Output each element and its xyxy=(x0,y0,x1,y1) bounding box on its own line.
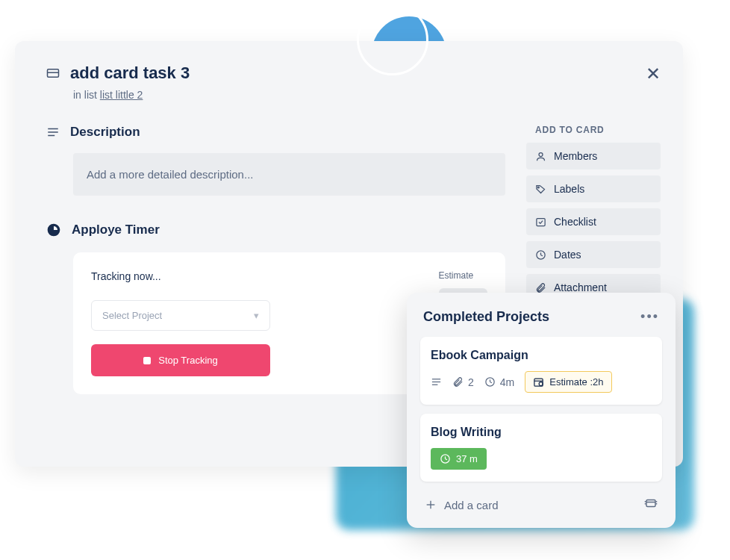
sidebar-label: Members xyxy=(554,150,597,162)
members-icon xyxy=(535,151,546,162)
time-badge-value: 37 m xyxy=(456,453,478,464)
clock-icon xyxy=(484,376,496,388)
select-placeholder: Select Project xyxy=(102,310,162,321)
add-card-label: Add a card xyxy=(444,499,499,511)
labels-icon xyxy=(535,184,546,195)
description-indicator xyxy=(431,376,442,388)
chevron-down-icon: ▾ xyxy=(254,310,259,321)
card-icon xyxy=(46,66,60,80)
members-button[interactable]: Members xyxy=(526,143,661,169)
calendar-clock-icon xyxy=(533,376,544,388)
card-title[interactable]: add card task 3 xyxy=(70,63,190,83)
time-indicator: 4m xyxy=(484,376,514,388)
time-badge: 37 m xyxy=(431,448,487,470)
card-subtitle: in list list little 2 xyxy=(73,89,643,101)
plus-icon xyxy=(425,499,437,511)
description-heading: Description xyxy=(70,125,140,140)
labels-button[interactable]: Labels xyxy=(526,175,661,202)
tracking-status: Tracking now... xyxy=(91,270,421,282)
svg-rect-32 xyxy=(646,500,655,507)
stop-icon xyxy=(143,357,151,364)
list-title: Completed Projects xyxy=(423,309,549,325)
template-button[interactable] xyxy=(644,497,658,513)
stop-tracking-button[interactable]: Stop Tracking xyxy=(91,344,270,376)
list-item[interactable]: Blog Writing 37 m xyxy=(420,414,662,482)
sidebar-label: Dates xyxy=(554,249,581,261)
select-project-dropdown[interactable]: Select Project ▾ xyxy=(91,300,270,331)
item-title: Ebook Campaign xyxy=(431,349,652,362)
attachment-value: 2 xyxy=(468,376,474,388)
description-icon xyxy=(46,125,60,139)
sidebar-label: Attachment xyxy=(554,281,607,293)
sidebar-heading: ADD TO CARD xyxy=(535,125,661,135)
text-icon xyxy=(431,376,442,388)
checklist-icon xyxy=(535,217,546,228)
attachment-count: 2 xyxy=(452,376,474,388)
template-icon xyxy=(644,497,658,510)
completed-projects-list: Completed Projects ••• Ebook Campaign 2 … xyxy=(407,293,676,528)
svg-line-17 xyxy=(541,255,543,255)
svg-point-13 xyxy=(537,187,539,188)
svg-rect-14 xyxy=(537,218,545,225)
time-value: 4m xyxy=(500,376,514,388)
sidebar-label: Checklist xyxy=(554,216,596,228)
dates-button[interactable]: Dates xyxy=(526,241,661,268)
subtitle-prefix: in list xyxy=(73,89,100,101)
stop-label: Stop Tracking xyxy=(158,355,218,366)
attachment-icon xyxy=(535,282,546,293)
decorative-ring xyxy=(357,4,428,75)
add-card-button[interactable]: Add a card xyxy=(425,499,499,511)
list-link[interactable]: list little 2 xyxy=(100,89,143,101)
apploye-logo-icon xyxy=(46,223,61,237)
checklist-button[interactable]: Checklist xyxy=(526,208,661,235)
estimate-text: Estimate :2h xyxy=(549,376,603,388)
svg-line-23 xyxy=(490,382,492,383)
list-item[interactable]: Ebook Campaign 2 4m Estimate :2h xyxy=(420,337,662,405)
svg-point-12 xyxy=(539,152,543,156)
estimate-label: Estimate xyxy=(439,270,487,281)
close-button[interactable]: ✕ xyxy=(643,60,664,87)
clock-icon xyxy=(440,453,451,464)
sidebar-label: Labels xyxy=(554,183,584,195)
estimate-badge: Estimate :2h xyxy=(525,371,611,393)
list-menu-button[interactable]: ••• xyxy=(640,309,659,325)
timer-heading: Apploye Timer xyxy=(72,223,160,237)
paperclip-icon xyxy=(452,376,464,388)
description-input[interactable]: Add a more detailed description... xyxy=(73,153,505,196)
item-title: Blog Writing xyxy=(431,426,652,439)
clock-icon xyxy=(535,249,546,261)
svg-point-26 xyxy=(539,382,543,386)
svg-line-29 xyxy=(446,459,448,460)
